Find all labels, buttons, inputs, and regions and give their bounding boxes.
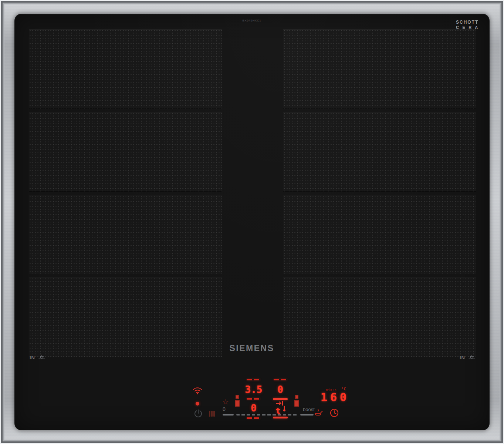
led-segment xyxy=(247,398,260,400)
stainless-steel-frame: EX645HXC1 SCHOTT C E R A N® SIEMENS IN xyxy=(0,0,504,444)
brand-logo: SIEMENS xyxy=(217,343,287,353)
flex-zone-section xyxy=(283,112,476,192)
cooking-zone-right xyxy=(283,29,476,357)
cooking-zone-left xyxy=(29,29,222,357)
favorite-star-icon[interactable]: ☆ xyxy=(222,398,229,406)
status-led xyxy=(196,402,199,406)
led-segment xyxy=(247,417,260,419)
led-segment xyxy=(274,379,287,380)
led-bar-segment xyxy=(273,417,288,418)
right-zone-power-display: 0 xyxy=(271,384,290,395)
flex-zone-section xyxy=(29,195,222,275)
control-panel: ☆ 0 boost xyxy=(170,363,344,427)
slider-max-label[interactable]: boost xyxy=(303,407,315,412)
temperature-display: 160 xyxy=(317,391,354,404)
flex-zone-section xyxy=(29,112,222,192)
flex-zone-section xyxy=(29,278,222,357)
flex-zone-section xyxy=(283,195,476,275)
slider-min-label[interactable]: 0 xyxy=(223,406,226,412)
left-zone-power-display: 3.5 xyxy=(243,384,264,395)
ceramic-glass-surface: EX645HXC1 SCHOTT C E R A N® SIEMENS IN xyxy=(15,14,489,430)
pan-icon xyxy=(38,354,46,361)
left-zone-timer-display: 0 xyxy=(243,403,264,414)
pause-icon[interactable] xyxy=(209,411,215,417)
led-segment xyxy=(247,379,260,380)
flex-zone-section xyxy=(283,278,476,357)
pan-presence-indicator-left xyxy=(235,395,240,407)
schott-ceran-line1: SCHOTT xyxy=(456,20,489,25)
induction-marking-right: IN xyxy=(460,354,476,361)
model-number: EX645HXC1 xyxy=(217,19,287,22)
induction-label: IN xyxy=(30,355,35,360)
power-slider[interactable] xyxy=(223,414,314,416)
flex-zone-section xyxy=(29,29,222,109)
led-bar-segment xyxy=(273,398,288,400)
flex-zone-section xyxy=(283,29,476,109)
pan-icon xyxy=(468,354,476,361)
pan-presence-indicator-right xyxy=(294,395,299,407)
induction-label: IN xyxy=(460,355,465,360)
induction-marking-left: IN xyxy=(30,354,46,361)
